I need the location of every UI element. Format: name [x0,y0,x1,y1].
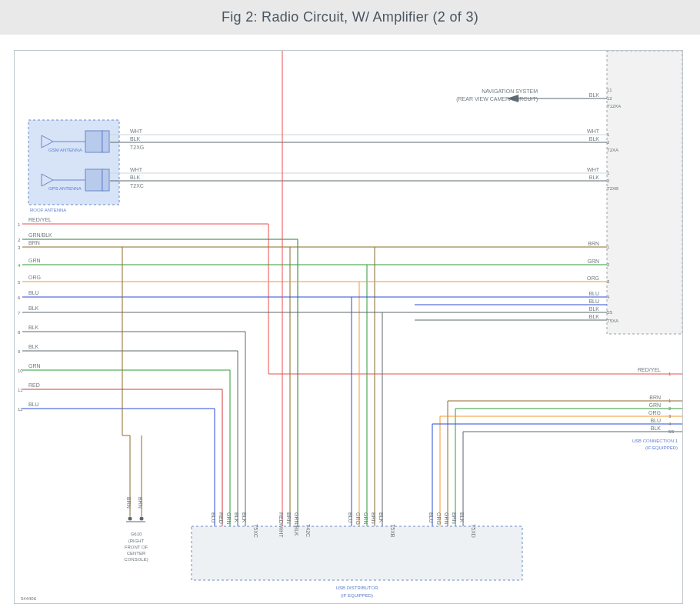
left-wire-group: 1 RED/YEL 2 GRN/BLK 3 BRN 4 GRN 5 ORG 6 … [18,217,682,526]
usb-conn1-group: BRN 1 GRN 2 ORG 3 BLU 4 BLK 5S USB CONNE… [432,395,682,526]
rg1-conn: T5XA [607,319,618,323]
uc1p-4: 5S [668,429,674,434]
vs3-0: BLU [348,512,353,523]
g610-name: G610 [131,532,142,536]
lw7: BLK [28,305,39,311]
lw3: BRN [28,240,40,245]
gsm-antenna-label: GSM ANTENNA [48,148,82,152]
g610-l1: (RIGHT [128,539,145,543]
diagram-border: GSM ANTENNA GPS ANTENNA ROOF ANTENNA WHT… [14,50,683,604]
rg1-1: GRN [587,259,599,264]
svg-rect-3 [102,169,109,191]
vs1-3: BLK [234,512,239,523]
gps-connector [85,169,102,191]
g610-l2: FRONT OF [125,545,148,549]
uc1-2: ORG [648,410,661,415]
rg1-2: ORG [587,275,599,281]
lw5-n: 5 [18,280,21,285]
vs4-0: BLU [428,512,434,523]
ground-g610: BRN BRN G610 (RIGHT FRONT OF CENTER CONS… [122,247,148,562]
wire-label-blk-2r: BLK [589,175,600,180]
ref-number: 544406 [21,596,37,601]
vs4-2: GRN [444,512,449,525]
roof-antenna-label: ROOF ANTENNA [30,208,66,212]
right-module-block [607,51,682,334]
g610-l4: CONSOLE) [124,557,148,562]
nav-label1: NAVIGATION SYSTEM [482,88,538,94]
lw7-n: 7 [18,311,21,315]
wiring-svg: GSM ANTENNA GPS ANTENNA ROOF ANTENNA WHT… [15,51,682,603]
g610-brn-2: BRN [138,497,143,509]
nav-pin-12: 12 [607,96,612,101]
usb-dist-sub: (IF EQUIPPED) [341,593,373,598]
nav-wire-blk: BLK [589,92,600,98]
svg-point-11 [140,517,144,521]
vs3-2: GRN [363,512,368,525]
lw9: BLK [28,344,39,349]
g610-l3: CENTER [127,551,146,556]
rg1p-4: 5S [607,310,612,315]
redyel-rlabel: RED/YEL [638,367,661,372]
lw1-n: 1 [18,222,21,227]
page-title: Fig 2: Radio Circuit, W/ Amplifier (2 of… [0,0,700,35]
lw4-n: 4 [18,263,21,268]
usb-conn1-label: USB CONNECTION 1 [632,439,678,443]
lw9-n: 9 [18,349,21,354]
rg1-4: BLK [589,306,600,312]
g610-brn-1: BRN [126,497,132,509]
uc1-4: BLK [651,425,662,431]
wire-label-blk-1r: BLK [589,136,600,142]
vs1-2: GRN [226,512,232,525]
vs2-0: RED/WHT [278,512,284,538]
vs4-4: BLK [459,512,465,523]
rg1-3: BLU [588,291,599,296]
vs2-2: GRN/BLK [294,512,299,536]
lw6-n: 6 [18,295,21,300]
rg1-3b: BLU [588,299,599,304]
wire-label-wht-1r: WHT [587,128,600,134]
usb-conn1-sub: (IF EQUIPPED) [645,445,678,450]
conn-t2xc: T2XC [130,183,144,189]
lw5: ORG [28,275,41,280]
wire-label-wht-2r: WHT [587,167,600,172]
rg1-0: BRN [588,241,599,246]
vs2-conn: T42C [305,524,311,537]
lw6: BLU [28,290,39,295]
lw8: BLK [28,325,39,330]
lw11-n: 11 [18,388,23,392]
vs4-1: ORG [436,512,442,525]
lw11: RED [28,382,40,388]
lw12: BLU [28,402,39,407]
lw8-n: 8 [18,330,21,335]
gps-antenna-label: GPS ANTENNA [48,186,82,191]
vs3-1: ORG [355,512,361,525]
lw4: GRN [28,258,41,263]
nav-pin-11: 11 [607,88,612,92]
wire-label-wht-2: WHT [130,167,143,172]
conn-t2xg: T2XG [130,145,144,150]
gsm-connector [85,131,102,152]
page-title-text: Fig 2: Radio Circuit, W/ Amplifier (2 of… [222,9,478,25]
lw10: GRN [28,363,41,369]
lw10-n: 10 [18,369,23,373]
conn-t2xa: T2XA [607,148,618,152]
uc1-0: BRN [649,395,661,400]
lw3-n: 3 [18,245,21,250]
vs1-4: BLK [242,512,247,523]
vs3-3: BRN [371,512,376,524]
vs3-conn: T5XB [390,524,395,538]
wire-label-wht-1: WHT [130,128,143,134]
wire-label-blk-1: BLK [130,136,141,142]
nav-conn: T12XA [607,104,621,108]
vertical-labels-set2: RED/WHT BRN GRN/BLK T42C [278,512,311,538]
uc1-3: BLU [650,418,661,423]
usb-dist-label: USB DISTRIBUTOR [336,586,378,590]
vs1-1: RED [218,512,224,524]
lw1: RED/YEL [28,217,52,222]
vs1-0: BLU [211,512,216,523]
nav-label2: (REAR VIEW CAMERA CIRCUIT) [456,96,538,102]
lw12-n: 12 [18,407,23,412]
uc1-1: GRN [648,402,661,408]
lw2-n: 2 [18,238,21,242]
lw2: GRN/BLK [28,232,52,238]
